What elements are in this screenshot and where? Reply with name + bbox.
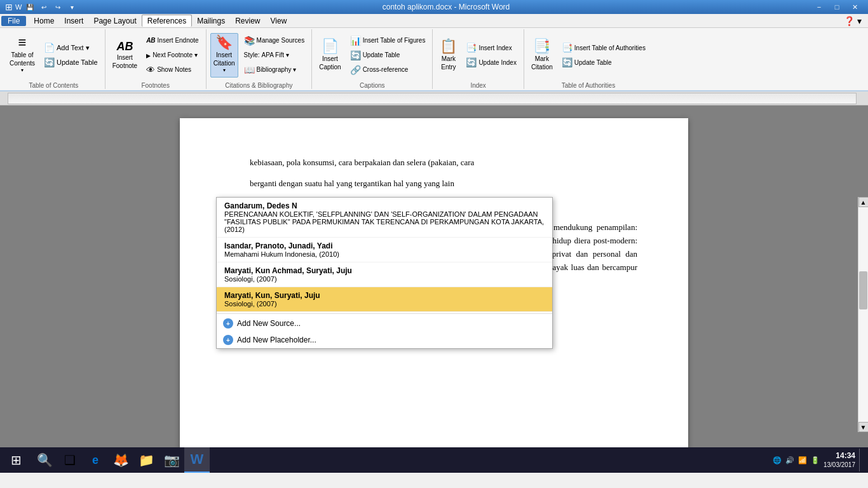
ruler (0, 92, 868, 105)
firefox-icon: 🦊 (113, 452, 129, 468)
tray-battery[interactable]: 🔋 (811, 456, 820, 464)
update-table-toc-icon: 🔄 (44, 57, 55, 67)
taskbar-edge[interactable]: e (83, 447, 108, 473)
taskbar-search[interactable]: 🔍 (32, 447, 57, 473)
captions-group-label: Captions (316, 81, 428, 89)
ribbon-group-authorities: 📑 MarkCitation 📑 Insert Table of Authori… (524, 29, 653, 89)
close-button[interactable]: ✕ (846, 1, 863, 13)
update-index-icon: 🔄 (466, 57, 477, 67)
quick-access-undo[interactable]: ↩ (38, 1, 50, 13)
citation-title-3: Sosiologi, (2007) (224, 300, 545, 308)
quick-access-save[interactable]: 💾 (24, 1, 36, 13)
update-index-button[interactable]: 🔄 Update Index (463, 55, 520, 69)
index-group-label: Index (437, 81, 520, 89)
taskbar-firefox[interactable]: 🦊 (108, 447, 133, 473)
menu-mailings[interactable]: Mailings (192, 15, 230, 27)
maximize-button[interactable]: □ (829, 1, 845, 13)
doc-para-1: kebiasaan, pola konsumsi, cara berpakaia… (231, 156, 637, 170)
footnotes-group-label: Footnotes (109, 81, 202, 89)
insert-caption-button[interactable]: 📄 InsertCaption (316, 33, 344, 78)
update-table-toc-button[interactable]: 🔄 Update Table (41, 55, 101, 69)
citation-dropdown: Gandarum, Dedes N PERENCANAAN KOLEKTIF, … (216, 197, 553, 349)
citation-item-2[interactable]: Maryati, Kun Achmad, Suryati, Juju Sosio… (217, 262, 552, 287)
help-icon[interactable]: ❓ (844, 16, 855, 26)
tray-language[interactable]: 🌐 (773, 456, 782, 464)
scroll-track[interactable] (858, 207, 868, 422)
manage-sources-button[interactable]: 📚 Manage Sources (241, 34, 308, 48)
minimize-button[interactable]: − (811, 1, 827, 13)
index-col: 📑 Insert Index 🔄 Update Index (463, 33, 520, 78)
add-text-button[interactable]: 📄 Add Text ▾ (41, 41, 101, 55)
start-button[interactable]: ⊞ (0, 447, 32, 473)
footnote-icon: AB (116, 41, 133, 52)
clock-time: 14:34 (824, 451, 855, 461)
menu-view[interactable]: View (266, 15, 292, 27)
taskbar-explorer[interactable]: 📁 (133, 447, 159, 473)
window-title: contoh aplikom.docx - Microsoft Word (81, 3, 811, 11)
document-area: kebiasaan, pola konsumsi, cara berpakaia… (0, 105, 868, 473)
quick-access-redo[interactable]: ↪ (52, 1, 64, 13)
ribbon-group-footnotes: AB InsertFootnote AB Insert Endnote ▸ Ne… (105, 29, 207, 89)
menu-references[interactable]: References (142, 15, 192, 27)
citation-title-0: PERENCANAAN KOLEKTIF, 'SELFPLANNING' DAN… (224, 210, 545, 233)
cross-reference-button[interactable]: 🔗 Cross-reference (347, 63, 429, 77)
toc-group-label: Table of Contents (6, 81, 101, 89)
citation-item-3[interactable]: Maryati, Kun, Suryati, Juju Sosiologi, (… (217, 287, 552, 312)
captions-col: 📊 Insert Table of Figures 🔄 Update Table… (347, 33, 429, 78)
tray-volume[interactable]: 🔊 (785, 456, 794, 464)
bibliography-icon: 📖 (244, 65, 255, 75)
insert-footnote-button[interactable]: AB InsertFootnote (109, 33, 140, 78)
taskbar: ⊞ 🔍 ❑ e 🦊 📁 📷 W 🌐 🔊 📶 🔋 14:34 13/03 (0, 447, 868, 473)
scroll-up-button[interactable]: ▲ (858, 197, 869, 207)
menu-page-layout[interactable]: Page Layout (88, 15, 141, 27)
insert-table-authorities-button[interactable]: 📑 Insert Table of Authorities (559, 41, 649, 55)
insert-table-of-figures-button[interactable]: 📊 Insert Table of Figures (347, 34, 429, 48)
citation-title-1: Memahami Hukum Indonesia, (2010) (224, 250, 545, 258)
mark-citation-button[interactable]: 📑 MarkCitation (528, 33, 556, 78)
show-desktop-button[interactable] (859, 449, 863, 471)
mark-entry-button[interactable]: 📋 MarkEntry (437, 33, 460, 78)
ribbon-group-captions: 📄 InsertCaption 📊 Insert Table of Figure… (312, 29, 433, 89)
file-menu-button[interactable]: File (1, 16, 26, 26)
tof-icon: 📊 (350, 36, 361, 46)
insert-index-button[interactable]: 📑 Insert Index (463, 41, 520, 55)
show-notes-icon: 👁 (146, 65, 155, 75)
next-footnote-button[interactable]: ▸ Next Footnote ▾ (143, 48, 202, 62)
word-icon: W (191, 451, 204, 468)
menu-bar: File Home Insert Page Layout References … (0, 14, 868, 28)
scroll-down-button[interactable]: ▼ (858, 422, 869, 432)
menu-insert[interactable]: Insert (59, 15, 88, 27)
ribbon: ≡ Table ofContents ▾ 📄 Add Text ▾ 🔄 Upda… (0, 28, 868, 92)
update-table-captions-button[interactable]: 🔄 Update Table (347, 48, 429, 62)
citation-item-0[interactable]: Gandarum, Dedes N PERENCANAAN KOLEKTIF, … (217, 198, 552, 238)
manage-sources-icon: 📚 (244, 36, 255, 46)
add-new-source-button[interactable]: + Add New Source... (217, 315, 552, 332)
menu-home[interactable]: Home (29, 15, 59, 27)
citation-item-1[interactable]: Isandar, Pranoto, Junadi, Yadi Memahami … (217, 238, 552, 262)
title-bar: ⊞ W 💾 ↩ ↪ ▾ contoh aplikom.docx - Micros… (0, 0, 868, 14)
scroll-thumb[interactable] (859, 271, 867, 309)
update-table-authorities-button[interactable]: 🔄 Update Table (559, 55, 649, 69)
show-notes-button[interactable]: 👁 Show Notes (143, 63, 202, 77)
tray-network[interactable]: 📶 (798, 456, 807, 464)
quick-access-dropdown[interactable]: ▾ (66, 1, 78, 13)
taskbar-word[interactable]: W (184, 447, 210, 473)
footnotes-col: AB Insert Endnote ▸ Next Footnote ▾ 👁 Sh… (143, 33, 202, 78)
instagram-icon: 📷 (164, 452, 180, 468)
scrollbar-right[interactable]: ▲ ▼ (858, 197, 868, 432)
insert-endnote-button[interactable]: AB Insert Endnote (143, 34, 202, 48)
caption-icon: 📄 (322, 39, 339, 53)
taskbar-taskview[interactable]: ❑ (57, 447, 83, 473)
clock[interactable]: 14:34 13/03/2017 (824, 451, 855, 470)
taskbar-instagram[interactable]: 📷 (159, 447, 184, 473)
explorer-icon: 📁 (139, 452, 154, 468)
insert-citation-button[interactable]: 🔖 InsertCitation ▾ (210, 33, 238, 78)
add-new-placeholder-button[interactable]: + Add New Placeholder... (217, 332, 552, 348)
insert-index-icon: 📑 (466, 43, 477, 53)
bibliography-button[interactable]: 📖 Bibliography ▾ (241, 63, 308, 77)
style-button[interactable]: Style: APA Fift ▾ (241, 48, 308, 62)
table-of-contents-button[interactable]: ≡ Table ofContents ▾ (6, 33, 38, 78)
ribbon-minimize-icon[interactable]: ▾ (857, 16, 862, 26)
menu-review[interactable]: Review (230, 15, 265, 27)
citation-author-2: Maryati, Kun Achmad, Suryati, Juju (224, 266, 545, 275)
